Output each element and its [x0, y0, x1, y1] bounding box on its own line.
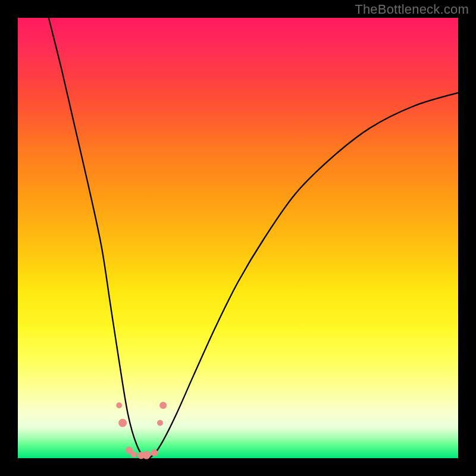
data-marker — [116, 402, 122, 408]
data-marker — [118, 419, 127, 427]
data-marker — [159, 402, 167, 409]
chart-svg — [18, 18, 458, 458]
data-marker — [131, 452, 137, 458]
marker-group — [116, 402, 167, 459]
watermark-text: TheBottleneck.com — [355, 2, 469, 17]
bottleneck-curve — [49, 18, 458, 459]
data-marker — [157, 420, 163, 426]
data-marker — [142, 451, 151, 459]
data-marker — [151, 449, 158, 456]
chart-plot-area — [18, 18, 458, 458]
